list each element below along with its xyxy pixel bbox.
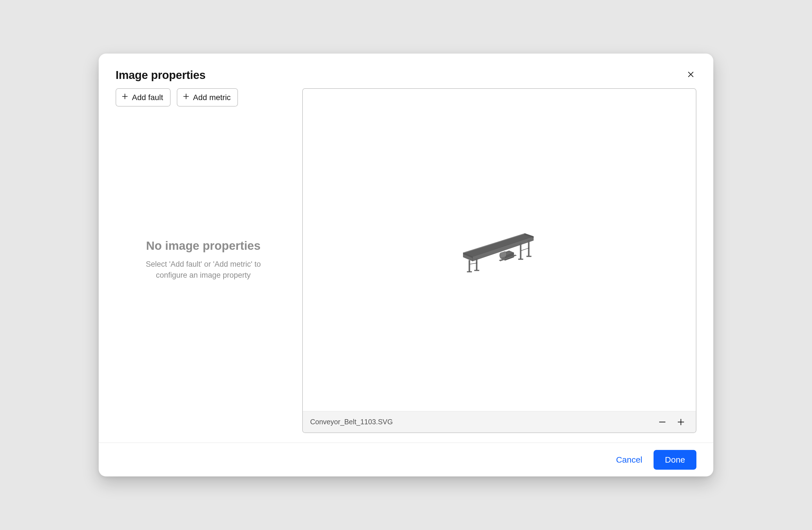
close-button[interactable] xyxy=(685,69,696,80)
svg-rect-19 xyxy=(467,271,472,272)
add-fault-button[interactable]: Add fault xyxy=(116,88,171,106)
svg-line-26 xyxy=(521,248,529,251)
plus-icon xyxy=(677,423,685,427)
minus-icon xyxy=(658,423,667,427)
image-properties-dialog: Image properties Add fault Add xyxy=(99,54,713,476)
plus-icon xyxy=(183,93,190,102)
dialog-header: Image properties xyxy=(99,54,713,88)
svg-rect-24 xyxy=(527,256,532,257)
done-button[interactable]: Done xyxy=(654,450,696,470)
svg-rect-22 xyxy=(528,241,530,256)
image-preview-panel: Conveyor_Belt_1103.SVG xyxy=(302,88,696,433)
toolbar: Add fault Add metric xyxy=(116,88,291,106)
zoom-out-button[interactable] xyxy=(655,414,670,430)
dialog-body: Add fault Add metric No image properties… xyxy=(99,88,713,443)
plus-icon xyxy=(121,93,129,102)
image-canvas[interactable] xyxy=(303,89,696,411)
properties-panel: Add fault Add metric No image properties… xyxy=(116,88,291,433)
svg-rect-23 xyxy=(518,259,523,260)
add-fault-label: Add fault xyxy=(132,93,163,102)
svg-rect-18 xyxy=(476,259,477,271)
svg-marker-6 xyxy=(463,233,534,257)
empty-state-subtitle: Select 'Add fault' or 'Add metric' to co… xyxy=(135,259,271,281)
close-icon xyxy=(687,75,695,79)
cancel-button[interactable]: Cancel xyxy=(607,450,651,470)
add-metric-label: Add metric xyxy=(193,93,231,102)
dialog-title: Image properties xyxy=(116,69,205,82)
zoom-in-button[interactable] xyxy=(673,414,688,430)
conveyor-belt-illustration xyxy=(457,223,541,276)
svg-rect-21 xyxy=(520,244,521,259)
preview-toolbar: Conveyor_Belt_1103.SVG xyxy=(303,411,696,432)
empty-state-title: No image properties xyxy=(146,239,261,253)
svg-rect-17 xyxy=(468,260,470,272)
empty-state: No image properties Select 'Add fault' o… xyxy=(116,106,291,433)
svg-rect-20 xyxy=(474,270,479,271)
preview-filename: Conveyor_Belt_1103.SVG xyxy=(310,418,651,426)
dialog-footer: Cancel Done xyxy=(99,443,713,476)
add-metric-button[interactable]: Add metric xyxy=(177,88,238,106)
